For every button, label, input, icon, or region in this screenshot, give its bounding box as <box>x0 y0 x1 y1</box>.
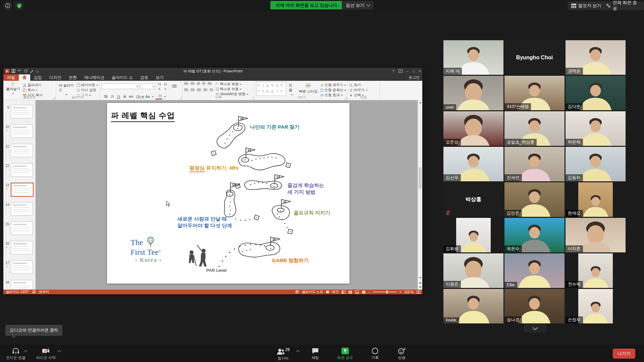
cut-button[interactable]: 잘라내기 <box>23 83 43 87</box>
undo-icon[interactable] <box>17 69 22 73</box>
previous-slide-button[interactable] <box>418 281 422 285</box>
view-options-button[interactable]: 옵션 보기 <box>342 1 374 9</box>
participant-tile[interactable]: 김선우 <box>443 147 503 181</box>
columns-button[interactable] <box>210 88 213 92</box>
participant-tile[interactable]: 박상홍 <box>443 182 503 217</box>
align-right-button[interactable] <box>197 88 201 92</box>
share-screen-button[interactable]: 화면 공유 <box>334 347 356 360</box>
video-options-chevron[interactable] <box>57 350 61 354</box>
slide-thumbnail-9[interactable]: 9 <box>3 105 35 120</box>
slide-thumbnail-16[interactable]: 16* <box>3 241 35 256</box>
participant-tile[interactable]: 김다은 <box>566 76 626 110</box>
participant-tile[interactable]: 이원준 <box>443 253 503 288</box>
notes-toggle[interactable]: 슬라이드 노트 <box>302 290 323 294</box>
spellcheck-icon[interactable] <box>32 290 36 294</box>
bullets-button[interactable] <box>184 82 188 85</box>
font-name-select[interactable] <box>101 83 140 89</box>
normal-view-icon[interactable] <box>342 291 345 294</box>
exit-fullscreen-button[interactable]: 전체 화면 종료 <box>603 1 644 10</box>
chat-button[interactable]: 채팅 <box>306 347 325 360</box>
restore-button[interactable]: □ <box>413 69 415 73</box>
scroll-down-arrow[interactable] <box>418 276 422 280</box>
participant-tile[interactable]: 지예 여 <box>443 40 503 75</box>
vertical-scrollbar[interactable] <box>418 100 422 290</box>
participant-tile[interactable]: 허은채 <box>566 111 626 146</box>
save-icon[interactable] <box>11 69 15 73</box>
close-button[interactable]: × <box>419 69 421 73</box>
shrink-font-button[interactable]: 가˅ <box>163 82 168 91</box>
participant-tile[interactable]: 이치흔 <box>566 218 626 252</box>
participant-tile[interactable]: 진세연 <box>504 147 565 181</box>
memo-toggle[interactable]: 메모 <box>332 290 339 294</box>
security-shield-button[interactable] <box>15 1 23 10</box>
zoom-slider-handle[interactable] <box>386 290 387 294</box>
start-video-button[interactable]: 비디오 시작 <box>35 347 57 360</box>
font-size-select[interactable] <box>141 83 156 89</box>
ribbon-tab-2[interactable]: 삽입 <box>30 74 46 81</box>
record-button[interactable]: 기록 <box>366 347 384 360</box>
paste-button[interactable]: 붙여넣기 <box>5 82 21 96</box>
numbering-button[interactable] <box>191 82 195 85</box>
participant-tile[interactable]: 김동하 <box>566 147 626 181</box>
new-slide-button[interactable]: 새 슬라이드 <box>57 82 75 96</box>
participant-tile[interactable]: 권택윤 <box>566 40 626 75</box>
increase-indent-button[interactable] <box>202 82 205 85</box>
qat-dropdown-icon[interactable] <box>35 69 39 72</box>
ribbon-tab-1[interactable]: 홈 <box>19 74 30 81</box>
slide-thumbnail-17[interactable]: 17* <box>3 260 35 275</box>
current-slide[interactable]: 15 14 13 12 11 10 <box>107 103 350 284</box>
zoom-in-button[interactable]: + <box>399 290 401 294</box>
ribbon-tab-6[interactable]: 슬라이드 쇼 <box>108 74 137 81</box>
leave-meeting-button[interactable]: 나가기 <box>613 349 635 359</box>
layout-button[interactable]: 레이아웃 <box>76 83 98 87</box>
clear-formatting-button[interactable]: ⌫ <box>169 84 176 88</box>
participants-options-chevron[interactable] <box>296 350 300 354</box>
decrease-indent-button[interactable] <box>197 82 200 85</box>
slide-thumbnail-11[interactable]: 11 <box>3 144 35 159</box>
ribbon-tab-5[interactable]: 애니메이션 <box>80 74 108 81</box>
pen-icon[interactable] <box>30 69 34 73</box>
slideshow-view-icon[interactable] <box>362 291 366 294</box>
scrollbar-thumb[interactable] <box>419 167 422 189</box>
reactions-button[interactable]: 반응 <box>392 347 411 360</box>
participant-tile[interactable]: 천수혁 <box>566 253 626 288</box>
scroll-up-arrow[interactable] <box>418 100 422 105</box>
meeting-info-icon[interactable] <box>3 1 12 10</box>
shape-fill-button[interactable]: 도형 채우기 <box>320 83 346 87</box>
shapes-gallery[interactable]: □ ○ △ ▽ ◇ □○ □ ◇ △ ○ □ <box>256 82 286 96</box>
help-button[interactable]: ? <box>392 69 394 73</box>
shape-outline-button[interactable]: 도형 윤곽선 <box>320 88 346 93</box>
align-left-button[interactable] <box>184 88 188 92</box>
text-direction-button[interactable]: 텍스트 방향 <box>216 82 249 86</box>
ribbon-tab-3[interactable]: 디자인 <box>46 74 65 81</box>
reset-button[interactable]: 다시 설정 <box>76 88 98 93</box>
next-slide-button[interactable] <box>418 285 422 290</box>
slide-thumbnail-13[interactable]: 13* <box>3 183 35 197</box>
dialog-launcher-icon[interactable] <box>344 97 347 99</box>
align-center-button[interactable] <box>191 88 195 92</box>
participant-tile[interactable]: 송일초_허성훈 <box>504 111 565 146</box>
participant-tile[interactable]: 한재오 <box>566 182 626 217</box>
dialog-launcher-icon[interactable] <box>251 97 254 99</box>
participant-tile[interactable]: 오준성 <box>443 111 503 146</box>
participant-tile[interactable]: 송나경 <box>504 289 565 323</box>
minimize-button[interactable]: – <box>407 69 409 73</box>
participant-tile[interactable]: PARK <box>443 289 503 323</box>
slide-thumbnail-14[interactable]: 14 <box>3 202 35 217</box>
replace-button[interactable]: 바꾸기 <box>349 88 368 93</box>
participant-tile[interactable]: 최은수 <box>504 218 565 252</box>
slide-thumbnail-18[interactable]: 18 <box>3 280 35 290</box>
line-spacing-button[interactable] <box>208 82 212 85</box>
office-login-link[interactable]: 로그인 <box>409 75 420 80</box>
powerpoint-title-bar[interactable]: P 파 레벨 OT [호환 모드] - PowerPoint ? – □ × <box>3 68 422 74</box>
text-align-button[interactable]: 텍스트 맞춤 <box>216 87 249 92</box>
ribbon-options-icon[interactable] <box>398 69 402 73</box>
grow-font-button[interactable]: 가˄ <box>157 82 162 91</box>
dialog-launcher-icon[interactable] <box>52 97 55 99</box>
participant-tile[interactable]: 김화평 <box>443 218 503 252</box>
zoom-percentage[interactable]: 116 % <box>404 290 414 294</box>
quick-styles-button[interactable]: 빠른 스타일 <box>298 82 319 96</box>
repeat-icon[interactable] <box>24 69 28 73</box>
participant-tile[interactable]: user <box>443 76 503 110</box>
participant-tile[interactable]: Ellie <box>504 253 565 288</box>
